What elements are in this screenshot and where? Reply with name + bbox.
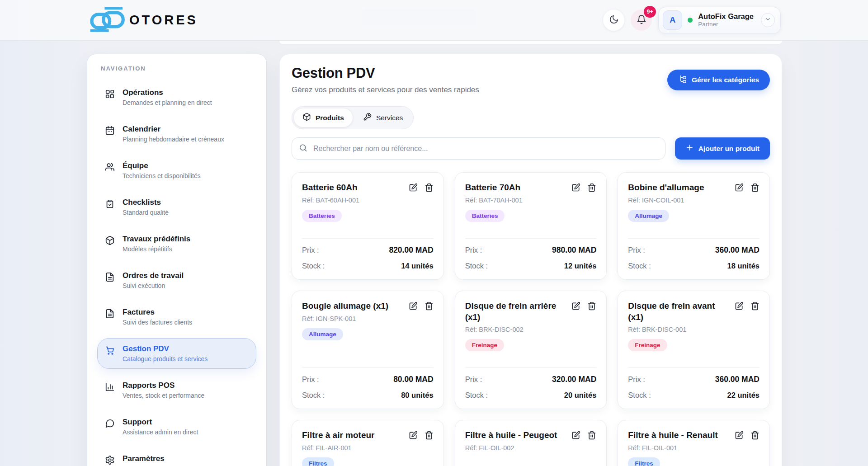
tab-services[interactable]: Services (354, 108, 411, 127)
delete-product-button[interactable] (587, 301, 596, 312)
calendar-icon (105, 126, 115, 137)
tab-produits[interactable]: Produits (294, 108, 353, 127)
sidebar-item-ordres-de-travail[interactable]: Ordres de travail Suivi exécution (97, 265, 256, 296)
app-viewport: OTORES 9+ A AutoFix Garage Partner (0, 0, 868, 466)
sidebar-item-factures[interactable]: Factures Suivi des factures clients (97, 301, 256, 332)
trash-icon (587, 434, 596, 441)
edit-icon (409, 187, 418, 193)
sidebar-item-parametres[interactable]: Paramètres Profil établissement et servi… (97, 448, 256, 466)
product-card-filtre-a-huile-peugeot: Filtre à huile - Peugeot Réf: FIL-OIL-00… (455, 420, 607, 466)
price-label: Prix : (628, 246, 645, 254)
wrench-icon (363, 113, 372, 123)
sidebar-item-travaux-predefinis[interactable]: Travaux prédéfinis Modèles répétitifs (97, 228, 256, 259)
product-ref: Réf: FIL-OIL-002 (465, 444, 597, 452)
price-label: Prix : (465, 375, 482, 384)
delete-product-button[interactable] (750, 301, 760, 312)
delete-product-button[interactable] (750, 431, 760, 441)
top-header: OTORES 9+ A AutoFix Garage Partner (0, 0, 868, 41)
edit-product-button[interactable] (571, 183, 580, 193)
stock-value: 12 unités (564, 262, 597, 270)
notification-badge: 9+ (644, 6, 656, 18)
main-header: Gestion PDV Gérez vos produits et servic… (292, 65, 770, 94)
sidebar-item-rapports-pos[interactable]: Rapports POS Ventes, stock et performanc… (97, 375, 256, 405)
edit-product-button[interactable] (571, 431, 580, 441)
search-input[interactable] (292, 137, 665, 160)
package-icon (302, 113, 311, 123)
logo-chain-icon (90, 6, 126, 34)
notifications-button[interactable]: 9+ (631, 9, 652, 31)
scrolled-card-edge (279, 41, 782, 44)
product-name: Batterie 60Ah (302, 182, 358, 193)
edit-product-button[interactable] (735, 301, 744, 312)
bell-icon (637, 14, 646, 26)
divider (628, 238, 760, 239)
search-wrapper (292, 137, 665, 160)
edit-product-button[interactable] (735, 431, 744, 441)
product-category-badge: Filtres (628, 457, 660, 466)
avatar: A (663, 10, 682, 30)
grid-icon (105, 89, 115, 101)
edit-product-button[interactable] (409, 301, 418, 312)
edit-product-button[interactable] (409, 183, 418, 193)
product-category-badge: Batteries (465, 210, 505, 222)
product-category-badge: Batteries (302, 210, 342, 222)
product-grid: Batterie 60Ah Réf: BAT-60AH-001 Batterie… (292, 172, 770, 466)
stock-label: Stock : (628, 262, 651, 270)
delete-product-button[interactable] (425, 301, 434, 312)
page-title: Gestion PDV (292, 65, 479, 81)
product-name: Filtre à huile - Renault (628, 429, 717, 441)
product-name: Bougie allumage (x1) (302, 300, 388, 311)
trash-icon (587, 187, 596, 193)
product-card-filtre-a-huile-renault: Filtre à huile - Renault Réf: FIL-OIL-00… (618, 420, 770, 466)
dark-mode-toggle[interactable] (603, 9, 624, 31)
product-card-filtre-a-air-moteur: Filtre à air moteur Réf: FIL-AIR-001 Fil… (292, 420, 444, 466)
delete-product-button[interactable] (587, 431, 596, 441)
divider (302, 238, 434, 239)
clipboard-check-icon (105, 199, 115, 211)
sidebar-item-checklists[interactable]: Checklists Standard qualité (97, 192, 256, 222)
trash-icon (750, 187, 760, 193)
chat-icon (105, 419, 115, 430)
edit-product-button[interactable] (409, 431, 418, 441)
sidebar-item-gestion-pdv[interactable]: Gestion PDV Catalogue produits et servic… (97, 338, 256, 369)
product-category-badge: Freinage (465, 339, 504, 351)
product-card-batterie-70ah: Batterie 70Ah Réf: BAT-70AH-001 Batterie… (455, 172, 607, 280)
sidebar-item-equipe[interactable]: Équipe Techniciens et disponibilités (97, 155, 256, 186)
trash-icon (425, 434, 434, 441)
user-menu[interactable]: A AutoFix Garage Partner (658, 7, 781, 34)
search-icon (299, 143, 307, 154)
page-subtitle: Gérez vos produits et services pour des … (292, 85, 479, 94)
content-area: NAVIGATION Opérations Demandes et planni… (0, 41, 868, 466)
edit-icon (735, 305, 744, 312)
user-menu-chevron-button[interactable] (761, 13, 775, 27)
price-value: 320.00 MAD (552, 375, 596, 384)
edit-product-button[interactable] (735, 183, 744, 193)
sidebar-item-operations[interactable]: Opérations Demandes et planning en direc… (97, 82, 256, 113)
product-ref: Réf: BAT-60AH-001 (302, 197, 434, 204)
file-text-icon (105, 309, 115, 320)
edit-product-button[interactable] (571, 301, 580, 312)
product-name: Disque de frein avant (x1) (628, 300, 725, 323)
edit-icon (571, 305, 580, 312)
users-icon (105, 162, 115, 174)
delete-product-button[interactable] (750, 183, 760, 193)
price-value: 80.00 MAD (393, 375, 434, 384)
manage-categories-button[interactable]: Gérer les catégories (667, 70, 770, 90)
moon-icon (609, 14, 619, 26)
price-label: Prix : (465, 246, 482, 254)
delete-product-button[interactable] (425, 183, 434, 193)
product-ref: Réf: BAT-70AH-001 (465, 197, 597, 204)
delete-product-button[interactable] (587, 183, 596, 193)
trash-icon (750, 434, 760, 441)
stock-value: 22 unités (727, 391, 760, 400)
stock-value: 14 unités (401, 262, 434, 270)
user-role: Partner (698, 21, 754, 28)
add-product-button[interactable]: Ajouter un produit (675, 137, 770, 160)
divider (302, 367, 434, 368)
delete-product-button[interactable] (425, 431, 434, 441)
sidebar-item-support[interactable]: Support Assistance admin en direct (97, 411, 256, 442)
brand-logo[interactable]: OTORES (90, 6, 198, 34)
product-card-disque-de-frein-avant-x1: Disque de frein avant (x1) Réf: BRK-DISC… (618, 291, 770, 409)
edit-icon (735, 434, 744, 441)
sidebar-item-calendrier[interactable]: Calendrier Planning hebdomadaire et crén… (97, 118, 256, 149)
